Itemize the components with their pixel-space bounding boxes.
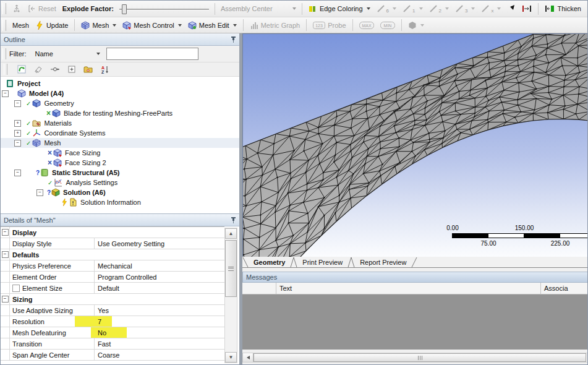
display-toolbar: Reset Explode Factor: Assembly Center Ed… [1, 1, 587, 17]
pin-icon[interactable] [231, 36, 236, 43]
messages-list[interactable] [242, 294, 588, 350]
tree-item-materials[interactable]: + ✓ Materials [1, 118, 239, 128]
edge-coloring-button[interactable]: Edge Coloring [305, 3, 373, 14]
tree-item-analysis-settings[interactable]: ✓ Analysis Settings [1, 178, 239, 187]
thicken-button[interactable]: Thicken [542, 2, 584, 15]
pin-icon[interactable] [231, 217, 236, 224]
details-row-transition[interactable]: Transition Fast [1, 338, 224, 350]
mesh-control-dropdown-button[interactable]: Mesh Control [119, 20, 184, 31]
geometry-viewport[interactable]: 0.00 150.00 75.00 225.00 [242, 33, 588, 257]
collapse-expander[interactable]: − [14, 170, 21, 176]
hide-folders-button[interactable] [83, 64, 94, 75]
mesh-dropdown-button[interactable]: Mesh [78, 20, 119, 31]
details-row-resolution[interactable]: Resolution 7 [1, 316, 224, 327]
scrollbar-thumb[interactable] [225, 240, 237, 297]
details-category-defaults[interactable]: − Defaults [1, 249, 224, 260]
collapse-expander[interactable]: − [14, 140, 21, 147]
tree-item-solution-information[interactable]: Solution Information [1, 197, 239, 207]
details-value[interactable]: Default [95, 285, 119, 292]
tree-item-blade-body[interactable]: × Blade for testing Meshing-FreeParts [1, 108, 239, 118]
chevron-down-icon [497, 7, 501, 10]
scroll-down-button[interactable]: ▼ [225, 352, 237, 363]
details-row-element-size[interactable]: Element Size Default [1, 283, 224, 294]
details-scrollbar[interactable]: ▲ ▼ [224, 228, 237, 363]
filter-nodes-button[interactable] [49, 64, 61, 75]
collapse-expander[interactable]: − [14, 100, 21, 107]
details-row-element-order[interactable]: Element Order Program Controlled [1, 272, 224, 283]
details-row-use-adaptive-sizing[interactable]: Use Adaptive Sizing Yes [1, 305, 224, 316]
sort-az-button[interactable]: A Z [100, 64, 111, 75]
filter-type-dropdown[interactable]: Name [33, 49, 103, 58]
assembly-center-dropdown[interactable]: Assembly Center [218, 4, 299, 14]
tab-geometry[interactable]: Geometry [249, 259, 290, 266]
folder-icon [83, 64, 93, 74]
collapse-expander[interactable]: − [2, 251, 9, 258]
details-table: − Display Display Style Use Geometry Set… [1, 226, 224, 365]
scroll-left-button[interactable] [243, 353, 254, 362]
mesh-edit-icon [188, 21, 197, 30]
vertex-arrow-button[interactable] [504, 3, 519, 14]
mesh-context-menu[interactable]: Mesh [9, 20, 32, 30]
tree-item-geometry[interactable]: − ✓ Geometry [1, 98, 239, 108]
scroll-up-button[interactable]: ▲ [225, 228, 237, 239]
tab-report-preview[interactable]: Report Preview [355, 259, 411, 266]
details-value[interactable]: Fast [95, 340, 111, 348]
details-value[interactable]: Program Controlled [95, 273, 156, 281]
expand-all-button[interactable] [66, 64, 77, 75]
details-value[interactable]: Use Geometry Setting [95, 240, 164, 247]
details-category-display[interactable]: − Display [1, 227, 224, 238]
refresh-tree-button[interactable] [16, 64, 27, 75]
clear-tree-filter-button[interactable] [33, 64, 44, 75]
edge-width-button[interactable] [519, 2, 535, 15]
details-row-mesh-defeaturing[interactable]: Mesh Defeaturing No [1, 327, 224, 338]
toolbar-grip[interactable] [4, 64, 7, 75]
mesh-control-icon [122, 21, 131, 30]
details-row-span-angle-center[interactable]: Span Angle Center Coarse [1, 350, 224, 361]
details-value[interactable]: Coarse [95, 351, 119, 359]
filter-input[interactable] [106, 48, 198, 60]
meshed-blade-model[interactable] [243, 34, 588, 257]
update-button[interactable]: Update [32, 20, 71, 31]
edge-width-icon [522, 4, 532, 14]
collapse-expander[interactable]: − [2, 229, 9, 236]
scrollbar-thumb[interactable] [254, 353, 586, 362]
messages-panel: Messages Text Associa [242, 272, 588, 349]
tree-item-face-sizing[interactable]: × Face Sizing [1, 148, 239, 158]
toolbar-grip[interactable] [2, 48, 6, 59]
messages-text-column[interactable]: Text [276, 283, 541, 294]
collapse-expander[interactable]: − [36, 189, 43, 196]
mesh-edit-dropdown-button[interactable]: Mesh Edit [185, 20, 240, 31]
tree-item-solution[interactable]: − ? Solution (A6) [1, 187, 239, 197]
toolbar-grip[interactable] [2, 3, 6, 14]
toolbar-grip[interactable] [2, 20, 6, 31]
tree-item-model[interactable]: − Model (A4) [1, 88, 239, 98]
messages-association-column[interactable]: Associa [541, 283, 588, 294]
messages-icon-column[interactable] [242, 283, 276, 294]
tab-print-preview[interactable]: Print Preview [297, 259, 347, 266]
collapse-expander[interactable]: − [2, 296, 9, 303]
details-value[interactable]: No [95, 329, 106, 337]
details-value[interactable]: Yes [95, 307, 109, 314]
expand-expander[interactable]: + [14, 130, 21, 137]
collapse-expander[interactable]: − [2, 90, 9, 97]
tree-item-coordinate-systems[interactable]: + ✓ Coordinate Systems [1, 128, 239, 138]
details-row-display-style[interactable]: Display Style Use Geometry Setting [1, 238, 224, 249]
tree-item-mesh[interactable]: − ✓ Mesh [1, 138, 239, 148]
reset-label: Reset [38, 5, 56, 12]
details-panel-header: Details of "Mesh" [1, 214, 239, 226]
checkbox[interactable] [12, 285, 20, 292]
details-category-sizing[interactable]: − Sizing [1, 294, 224, 305]
details-row-physics-preference[interactable]: Physics Preference Mechanical [1, 260, 224, 272]
expand-expander[interactable]: + [14, 120, 21, 127]
horizontal-scrollbar[interactable] [242, 353, 588, 363]
separator [215, 3, 215, 15]
tree-item-static-structural[interactable]: − ? Static Structural (A5) [1, 168, 239, 178]
explode-factor-slider[interactable] [119, 4, 209, 14]
slider-thumb[interactable] [122, 4, 127, 14]
expand-all-icon [67, 65, 76, 74]
details-value[interactable]: 7 [95, 318, 101, 325]
details-value[interactable]: Mechanical [95, 262, 132, 270]
tree-item-project[interactable]: Project [1, 79, 239, 88]
explode-icon [12, 4, 21, 13]
tree-item-face-sizing-2[interactable]: × Face Sizing 2 [1, 158, 239, 168]
